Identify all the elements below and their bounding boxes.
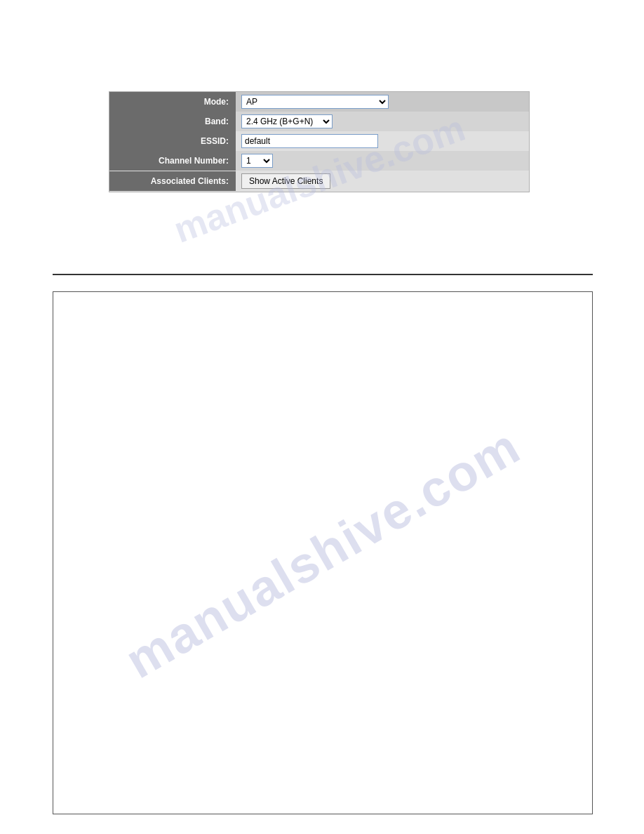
associated-clients-label-text: Associated Clients: <box>151 176 229 186</box>
associated-clients-label: Associated Clients: <box>109 171 236 191</box>
show-active-clients-button[interactable]: Show Active Clients <box>241 173 330 189</box>
band-label: Band: <box>109 112 236 131</box>
mode-row: Mode: AP Client WDS AP+WDS <box>109 92 529 112</box>
associated-clients-value-cell: Show Active Clients <box>236 171 529 192</box>
mode-label: Mode: <box>109 92 236 112</box>
band-row: Band: 2.4 GHz (B+G+N) 2.4 GHz (B+G) 2.4 … <box>109 112 529 131</box>
settings-panel: Mode: AP Client WDS AP+WDS Band: 2.4 GHz… <box>109 91 530 192</box>
content-box: manualshive.com <box>53 291 593 814</box>
content-watermark-text: manualshive.com <box>116 416 530 689</box>
content-box-watermark: manualshive.com <box>53 292 592 814</box>
band-label-text: Band: <box>205 117 229 126</box>
essid-input[interactable] <box>241 134 378 148</box>
essid-label-text: ESSID: <box>201 136 229 146</box>
channel-select[interactable]: 1234 5678 9101112 13 <box>241 154 273 168</box>
mode-select[interactable]: AP Client WDS AP+WDS <box>241 95 389 109</box>
associated-clients-row: Associated Clients: Show Active Clients <box>109 171 529 192</box>
mode-value-cell: AP Client WDS AP+WDS <box>236 92 529 112</box>
channel-label: Channel Number: <box>109 151 236 171</box>
channel-value-cell: 1234 5678 9101112 13 <box>236 151 529 171</box>
essid-label: ESSID: <box>109 131 236 151</box>
channel-label-text: Channel Number: <box>159 156 229 166</box>
channel-row: Channel Number: 1234 5678 9101112 13 <box>109 151 529 171</box>
band-value-cell: 2.4 GHz (B+G+N) 2.4 GHz (B+G) 2.4 GHz (N… <box>236 112 529 131</box>
mode-label-text: Mode: <box>204 97 229 107</box>
page-wrapper: Mode: AP Client WDS AP+WDS Band: 2.4 GHz… <box>0 0 644 834</box>
divider-line <box>53 274 593 275</box>
essid-value-cell <box>236 131 529 151</box>
essid-row: ESSID: <box>109 131 529 151</box>
band-select[interactable]: 2.4 GHz (B+G+N) 2.4 GHz (B+G) 2.4 GHz (N… <box>241 114 333 128</box>
